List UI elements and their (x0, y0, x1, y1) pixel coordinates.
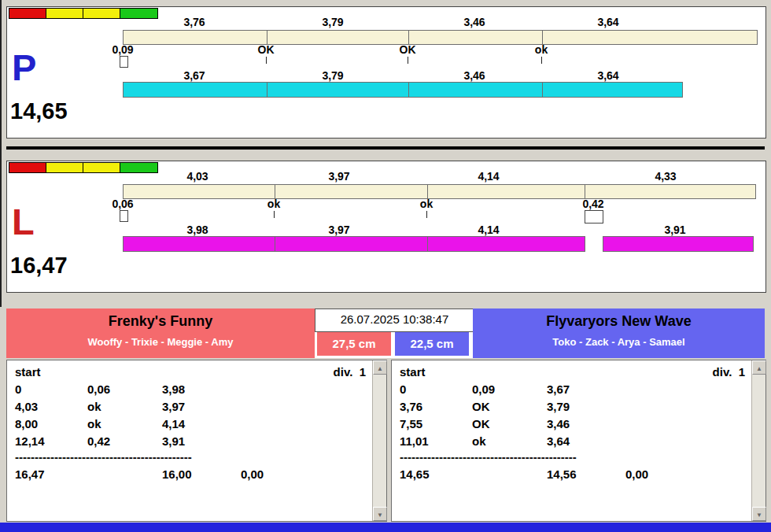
p-change-mark-1: OK (258, 44, 275, 56)
chevron-down-icon: ▼ (377, 512, 383, 519)
result-cell: 0 (15, 382, 21, 397)
l-run-split-2: 3,97 (328, 224, 349, 236)
team-header-home: Frenky's Funny Wooffy - Trixie - Meggie … (6, 308, 315, 358)
p-run-split-4: 3,64 (597, 70, 618, 82)
bar-divider (427, 185, 428, 198)
result-cell: 7,55 (400, 417, 422, 431)
start-light-yellow-2 (83, 162, 121, 173)
change-tick (426, 211, 427, 218)
result-panel-guest: start div. 1 0 0,09 3,67 3,76 OK 3,79 7,… (391, 360, 766, 522)
result-cell: 0,42 (87, 434, 110, 449)
lane-panel-p: 3,76 3,79 3,46 3,64 0,09 OK OK ok P 3,67… (6, 6, 766, 139)
p-lane-letter: P (12, 49, 36, 86)
result-cell: OK (472, 400, 490, 414)
l-lane-letter: L (12, 203, 35, 240)
l-run-bar-main (123, 236, 585, 252)
result-cell: ok (87, 400, 101, 414)
result-cell: OK (472, 417, 490, 431)
window-edge (0, 0, 2, 307)
chevron-up-icon: ▲ (377, 365, 383, 372)
l-change-mark-2: ok (420, 198, 433, 210)
result-cell: 3,46 (547, 417, 570, 431)
l-fault-flag-box (585, 210, 603, 224)
result-cell: 0 (400, 382, 406, 397)
result-cell: ok (87, 417, 101, 431)
l-total-time: 16,47 (10, 253, 68, 279)
result-cell: 3,97 (162, 400, 185, 414)
start-light-red (9, 162, 47, 173)
result-cell: 0,06 (87, 382, 110, 397)
separator-line: ----------------------------------------… (15, 450, 192, 464)
start-light-yellow-1 (46, 162, 84, 173)
l-start-reaction: 0,06 (112, 198, 133, 210)
scrollbar[interactable]: ▲ ▼ (751, 360, 765, 521)
result-panel-home: start div. 1 0 0,06 3,98 4,03 ok 3,97 8,… (6, 360, 387, 522)
change-tick (274, 211, 275, 218)
start-light-red (9, 8, 47, 19)
total-time: 14,65 (400, 467, 430, 482)
p-start-reaction: 0,09 (112, 44, 133, 56)
jump-height-guest: 22,5 cm (395, 332, 469, 356)
start-light-green (120, 162, 158, 173)
penalty-time: 0,00 (241, 467, 264, 482)
result-cell: 4,03 (15, 400, 38, 414)
bar-divider (542, 83, 543, 97)
p-ref-split-3: 3,46 (463, 17, 485, 28)
chevron-down-icon: ▼ (756, 512, 762, 519)
result-cell: 3,98 (162, 382, 185, 397)
p-reference-bar (123, 30, 758, 45)
l-reference-bar (123, 184, 756, 199)
scroll-down-button[interactable]: ▼ (752, 507, 766, 521)
clean-time: 16,00 (162, 467, 192, 482)
bar-divider (427, 237, 428, 251)
result-cell: 0,09 (472, 382, 495, 397)
change-tick (408, 57, 408, 64)
bar-divider (267, 31, 267, 44)
clean-time: 14,56 (547, 467, 577, 482)
team-dogs-home: Wooffy - Trixie - Meggie - Amy (6, 336, 315, 348)
l-ref-split-2: 3,97 (328, 171, 349, 183)
l-run-split-4: 3,91 (664, 224, 685, 236)
total-time: 16,47 (15, 467, 45, 482)
division-label: div. 1 (334, 365, 366, 379)
result-cell: 8,00 (15, 417, 38, 431)
team-name-home: Frenky's Funny (6, 313, 315, 330)
division-label: div. 1 (713, 365, 745, 379)
l-ref-split-4: 4,33 (655, 171, 676, 183)
team-header-guest: Flyvaryors New Wave Toko - Zack - Arya -… (473, 308, 765, 358)
lane-panel-l: 4,03 3,97 4,14 4,33 0,06 ok ok 0,42 L 3,… (6, 161, 766, 293)
result-cell: 11,01 (400, 434, 429, 449)
scroll-up-button[interactable]: ▲ (752, 360, 766, 375)
l-run-bar-last (603, 236, 754, 252)
scroll-up-button[interactable]: ▲ (373, 360, 387, 375)
jump-height-home: 27,5 cm (317, 332, 391, 356)
p-run-split-1: 3,67 (183, 70, 205, 82)
lane-divider (6, 146, 765, 150)
result-cell: 3,76 (400, 400, 422, 414)
p-total-time: 14,65 (10, 99, 68, 124)
l-run-split-1: 3,98 (186, 224, 208, 236)
p-change-mark-2: OK (400, 44, 416, 56)
l-ref-split-1: 4,03 (186, 171, 208, 183)
result-cell: ok (472, 434, 486, 449)
scroll-down-button[interactable]: ▼ (373, 507, 387, 521)
chevron-up-icon: ▲ (756, 365, 762, 372)
bar-divider (267, 83, 267, 97)
start-light-green (120, 8, 158, 19)
result-cell: 3,67 (547, 382, 570, 397)
start-label: start (400, 365, 426, 379)
result-cell: 12,14 (15, 434, 45, 449)
bar-divider (408, 31, 409, 44)
p-ref-split-2: 3,79 (322, 17, 343, 28)
p-ref-split-4: 3,64 (597, 17, 618, 28)
p-run-bar (123, 82, 683, 98)
scrollbar[interactable]: ▲ ▼ (372, 360, 386, 521)
team-name-guest: Flyvaryors New Wave (473, 313, 765, 330)
l-ref-split-3: 4,14 (478, 171, 499, 183)
l-change-mark-1: ok (267, 198, 280, 210)
l-change-mark-3: 0,42 (582, 198, 603, 210)
result-cell: 4,14 (162, 417, 185, 431)
bar-divider (585, 185, 585, 198)
team-dogs-guest: Toko - Zack - Arya - Samael (473, 336, 765, 348)
l-run-split-3: 4,14 (478, 224, 499, 236)
